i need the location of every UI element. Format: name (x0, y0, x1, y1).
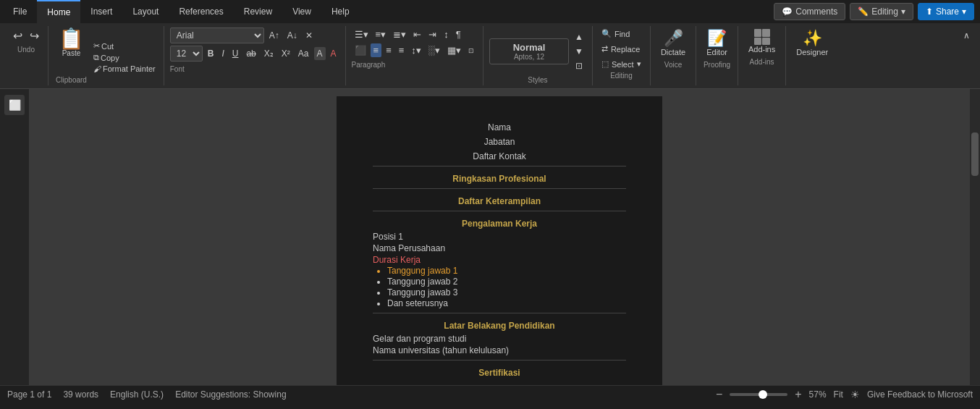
proofing-group-label: Proofing (704, 61, 730, 69)
zoom-level: 57% (809, 389, 827, 400)
tab-help[interactable]: Help (321, 0, 360, 23)
ringkasan-title: Ringkasan Profesional (373, 174, 626, 184)
addins-icon (754, 29, 770, 45)
voice-group-label: Voice (664, 61, 682, 69)
editing-icon: ✏️ (858, 7, 869, 17)
copy-button[interactable]: ⧉ Copy (91, 52, 158, 63)
align-right-button[interactable]: ≡ (383, 43, 394, 57)
tab-file[interactable]: File (3, 0, 37, 23)
tab-home[interactable]: Home (37, 0, 80, 23)
underline-button[interactable]: U (229, 47, 242, 60)
style-normal-button[interactable]: Normal Aptos, 12 (489, 38, 569, 64)
align-left-button[interactable]: ⬛ (352, 43, 369, 57)
editing-button[interactable]: ✏️ Editing ▾ (850, 3, 913, 20)
feedback-button[interactable]: Give Feedback to Microsoft (867, 389, 973, 400)
doc-gelar: Gelar dan program studi (373, 334, 626, 344)
document-page[interactable]: Nama Jabatan Daftar Kontak Ringkasan Pro… (337, 96, 662, 385)
paragraph-group-label: Paragraph (352, 61, 478, 69)
paste-button[interactable]: 📋 Paste (54, 28, 88, 59)
undo-group-label: Undo (17, 46, 35, 54)
styles-dialog-button[interactable]: ⊡ (572, 59, 586, 72)
tab-insert[interactable]: Insert (80, 0, 122, 23)
increase-indent-button[interactable]: ⇥ (426, 28, 439, 41)
addins-group: Add-ins Add-ins (738, 26, 786, 85)
styles-up-button[interactable]: ▲ (572, 30, 586, 43)
tab-layout[interactable]: Layout (122, 0, 169, 23)
align-justify-button[interactable]: ≡ (396, 43, 407, 57)
font-shrink-button[interactable]: A↓ (284, 29, 300, 42)
editor-suggestions[interactable]: Editor Suggestions: Showing (175, 389, 286, 400)
doc-durasi: Durasi Kerja (373, 255, 626, 265)
designer-button[interactable]: ✨ Designer (792, 28, 832, 58)
paste-icon: 📋 (59, 29, 84, 49)
styles-down-button[interactable]: ▼ (572, 45, 586, 58)
superscript-button[interactable]: X² (279, 47, 293, 60)
zoom-plus-button[interactable]: + (795, 388, 801, 401)
editor-button[interactable]: 📝 Editor (702, 28, 732, 58)
borders-button[interactable]: ▦▾ (444, 43, 464, 57)
clear-format-button[interactable]: ✕ (303, 29, 316, 42)
styles-group-label: Styles (528, 76, 547, 84)
align-center-button[interactable]: ≡ (371, 43, 382, 57)
status-bar: Page 1 of 1 39 words English (U.S.) Edit… (0, 385, 980, 402)
font-size-select[interactable]: 12 10 14 (170, 46, 203, 62)
font-color-button[interactable]: A (328, 47, 339, 60)
comments-button[interactable]: 💬 Comments (774, 3, 845, 20)
show-marks-button[interactable]: ¶ (453, 28, 464, 41)
sidebar-left: ⬜ (0, 89, 29, 385)
scrollbar-thumb[interactable] (971, 132, 979, 176)
bullets-button[interactable]: ☰▾ (352, 28, 371, 41)
zoom-minus-button[interactable]: − (716, 388, 722, 401)
ribbon-collapse-button[interactable]: ∧ (960, 29, 973, 42)
share-button[interactable]: ⬆ Share ▾ (918, 3, 974, 20)
language-info: English (U.S.) (110, 389, 164, 400)
dictate-button[interactable]: 🎤 Dictate (656, 28, 690, 58)
find-button[interactable]: 🔍 Find (599, 28, 644, 40)
decrease-indent-button[interactable]: ⇤ (410, 28, 424, 41)
change-case-button[interactable]: Aa (295, 47, 312, 60)
designer-icon: ✨ (803, 29, 822, 48)
find-icon: 🔍 (601, 29, 612, 38)
paragraph-group: ☰▾ ≡▾ ≣▾ ⇤ ⇥ ↕ ¶ ⬛ ≡ ≡ ≡ ↕▾ ░▾ ▦▾ ⊡ Para… (346, 26, 484, 85)
multilevel-button[interactable]: ≣▾ (390, 28, 409, 41)
format-painter-button[interactable]: 🖌 Format Painter (91, 64, 158, 74)
tab-references[interactable]: References (169, 0, 233, 23)
strikethrough-button[interactable]: ab (243, 47, 258, 60)
tab-view[interactable]: View (282, 0, 321, 23)
comments-icon: 💬 (782, 7, 793, 17)
replace-button[interactable]: ⇄ Replace (599, 43, 644, 55)
share-icon: ⬆ (926, 7, 933, 17)
tab-review[interactable]: Review (234, 0, 282, 23)
word-count: 39 words (63, 389, 98, 400)
font-family-select[interactable]: Arial Times New Roman Calibri (170, 28, 264, 43)
paste-label: Paste (62, 49, 81, 57)
page-info: Page 1 of 1 (7, 389, 51, 400)
doc-perusahaan: Nama Perusahaan (373, 243, 626, 253)
bold-button[interactable]: B (205, 47, 217, 60)
sort-button[interactable]: ↕ (441, 28, 452, 41)
doc-universitas: Nama universitas (tahun kelulusan) (373, 345, 626, 355)
clipboard-group: 📋 Paste Clipboard ✂ Cut ⧉ Copy 🖌 Format … (48, 26, 164, 85)
subscript-button[interactable]: X₂ (261, 47, 276, 60)
numbering-button[interactable]: ≡▾ (373, 28, 389, 41)
italic-button[interactable]: I (219, 47, 227, 60)
paragraph-dialog-button[interactable]: ⊡ (465, 46, 477, 56)
redo-button[interactable]: ↪ (27, 28, 42, 44)
shading-button[interactable]: ░▾ (426, 43, 443, 57)
scrollbar[interactable] (970, 89, 980, 385)
line-spacing-button[interactable]: ↕▾ (408, 43, 424, 57)
pendidikan-title: Latar Belakang Pendidikan (373, 321, 626, 331)
addins-button[interactable]: Add-ins (744, 28, 780, 55)
font-group-label: Font (170, 65, 339, 73)
responsibilities-list: Tanggung jawab 1 Tanggung jawab 2 Tanggu… (387, 266, 626, 308)
share-dropdown-icon: ▾ (962, 7, 966, 17)
zoom-slider[interactable] (730, 393, 787, 396)
select-button[interactable]: ⬚ Select ▾ (599, 58, 644, 70)
nav-toggle-button[interactable]: ⬜ (4, 95, 25, 115)
highlight-button[interactable]: A (314, 47, 326, 60)
font-grow-button[interactable]: A↑ (266, 29, 282, 42)
view-mode-button[interactable]: ☀ (850, 389, 860, 400)
cut-button[interactable]: ✂ Cut (91, 41, 158, 51)
fit-button[interactable]: Fit (834, 389, 843, 400)
undo-button[interactable]: ↩ (10, 28, 25, 44)
